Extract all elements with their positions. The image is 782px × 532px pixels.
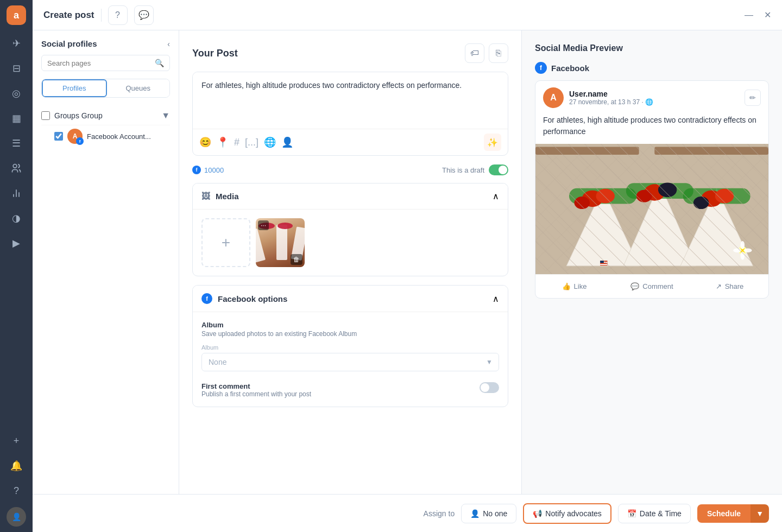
comment-icon: 💬 bbox=[630, 282, 639, 290]
megaphone-icon: 📢 bbox=[533, 509, 542, 518]
facebook-options-title: Facebook options bbox=[218, 294, 287, 303]
fb-post-meta: 27 novembre, at 13 h 37 · 🌐 bbox=[569, 98, 653, 106]
draft-row: f 10000 This is a draft bbox=[192, 164, 508, 175]
media-section-header[interactable]: 🖼 Media ∧ bbox=[193, 183, 508, 209]
facebook-options-section: f Facebook options ∧ Album Save uploaded… bbox=[192, 285, 508, 407]
post-editor: Your Post 🏷 ⎘ For athletes, high altitud… bbox=[179, 30, 521, 494]
facebook-options-label: f Facebook options bbox=[201, 293, 287, 304]
first-comment-toggle[interactable] bbox=[480, 382, 499, 393]
media-title: Media bbox=[216, 192, 239, 201]
nav-globe-icon[interactable]: ◎ bbox=[5, 83, 27, 104]
first-comment-row: First comment Publish a first comment wi… bbox=[201, 382, 499, 398]
media-collapse-icon: ∧ bbox=[493, 191, 499, 201]
comment-label: Comment bbox=[642, 282, 673, 290]
left-navigation: a ✈ ⊟ ◎ ▦ ☰ ◑ ▶ + 🔔 ? 👤 bbox=[0, 0, 33, 532]
preview-platform-label: f Facebook bbox=[535, 62, 769, 74]
person-icon: 👤 bbox=[470, 509, 480, 518]
assign-label: Assign to bbox=[424, 509, 455, 518]
album-select[interactable]: None bbox=[201, 353, 499, 371]
schedule-main-button[interactable]: Schedule bbox=[697, 504, 751, 523]
post-header: Your Post 🏷 ⎘ bbox=[192, 43, 508, 63]
post-textarea[interactable]: For athletes, high altitude produces two… bbox=[193, 72, 508, 126]
post-header-actions: 🏷 ⎘ bbox=[465, 43, 508, 63]
facebook-options-icon: f bbox=[201, 293, 212, 304]
help-tooltip-button[interactable]: ? bbox=[108, 5, 128, 25]
social-media-preview: Social Media Preview f Facebook A User.n… bbox=[521, 30, 782, 494]
no-one-button[interactable]: 👤 No one bbox=[461, 504, 516, 523]
fb-post-actions: 👍 Like 💬 Comment ↗ Share bbox=[535, 274, 768, 298]
close-button[interactable]: ✕ bbox=[764, 10, 771, 20]
fb-post-user-info: User.name 27 novembre, at 13 h 37 · 🌐 bbox=[569, 90, 653, 106]
tile-pattern bbox=[535, 144, 768, 274]
account-checkbox[interactable] bbox=[54, 132, 63, 141]
group-checkbox[interactable] bbox=[41, 111, 50, 120]
profile-tabs: Profiles Queues bbox=[41, 79, 170, 98]
nav-calendar-icon[interactable]: ▦ bbox=[5, 107, 27, 129]
post-section-title: Your Post bbox=[192, 48, 238, 59]
app-logo[interactable]: a bbox=[7, 5, 26, 25]
sidebar-title: Social profiles bbox=[41, 39, 97, 48]
album-description: Save uploaded photos to an existing Face… bbox=[201, 330, 499, 338]
account-item: A f Facebook Account... bbox=[41, 125, 170, 147]
nav-help-icon[interactable]: ? bbox=[5, 480, 27, 502]
notify-advocates-button[interactable]: 📢 Notify advocates bbox=[523, 503, 611, 524]
svg-point-0 bbox=[13, 164, 17, 168]
media-thumbnail: ··· 🗑 bbox=[256, 218, 305, 267]
group-item: Groups Group ▼ bbox=[41, 106, 170, 125]
facebook-options-header[interactable]: f Facebook options ∧ bbox=[193, 286, 508, 312]
nav-inbox-icon[interactable]: ⊟ bbox=[5, 58, 27, 79]
date-time-label: Date & Time bbox=[640, 509, 682, 518]
date-time-button[interactable]: 📅 Date & Time bbox=[618, 504, 691, 523]
media-overlay: ··· bbox=[256, 218, 305, 232]
copy-button[interactable]: ⎘ bbox=[489, 43, 508, 63]
facebook-options-collapse-icon: ∧ bbox=[493, 294, 499, 304]
nav-add-icon[interactable]: + bbox=[5, 430, 27, 452]
fb-post-user: A User.name 27 novembre, at 13 h 37 · 🌐 bbox=[543, 87, 653, 108]
nav-video-icon[interactable]: ▶ bbox=[5, 232, 27, 254]
media-delete-button[interactable]: 🗑 bbox=[291, 254, 302, 265]
chat-button[interactable]: 💬 bbox=[134, 5, 154, 25]
fb-post-text: For athletes, high altitude produces two… bbox=[535, 112, 768, 144]
media-dots-button[interactable]: ··· bbox=[258, 220, 269, 230]
fb-edit-button[interactable]: ✏ bbox=[745, 90, 761, 106]
top-bar: Create post ? 💬 — ✕ bbox=[33, 0, 782, 30]
nav-chart-icon[interactable] bbox=[5, 182, 27, 204]
nav-listen-icon[interactable]: ◑ bbox=[5, 207, 27, 229]
search-input[interactable] bbox=[47, 59, 152, 67]
add-media-button[interactable]: + bbox=[201, 218, 250, 267]
nav-people-icon[interactable] bbox=[5, 157, 27, 179]
minimize-button[interactable]: — bbox=[745, 10, 753, 20]
nav-content-icon[interactable]: ☰ bbox=[5, 132, 27, 154]
tab-profiles[interactable]: Profiles bbox=[42, 79, 107, 97]
search-icon: 🔍 bbox=[155, 59, 164, 67]
schedule-chevron-button[interactable]: ▼ bbox=[751, 504, 769, 523]
fb-post-image bbox=[535, 144, 768, 274]
page-title: Create post bbox=[43, 10, 94, 21]
post-toolbar: 😊 📍 # [...] 🌐 👤 ✨ bbox=[193, 129, 508, 155]
first-comment-title: First comment bbox=[201, 382, 311, 390]
draft-toggle[interactable] bbox=[489, 164, 508, 175]
group-chevron-icon[interactable]: ▼ bbox=[161, 111, 170, 121]
album-select-wrapper: None ▼ bbox=[201, 353, 499, 371]
nav-bell-icon[interactable]: 🔔 bbox=[5, 455, 27, 477]
ai-button[interactable]: ✨ bbox=[484, 134, 501, 151]
fb-like-button[interactable]: 👍 Like bbox=[535, 279, 613, 294]
sidebar-collapse-button[interactable]: ‹ bbox=[167, 40, 170, 48]
nav-send-icon[interactable]: ✈ bbox=[5, 33, 27, 54]
tag-button[interactable]: 🏷 bbox=[465, 43, 484, 63]
calendar-icon: 📅 bbox=[627, 509, 636, 518]
mention-icon[interactable]: [...] bbox=[245, 137, 258, 148]
link-icon[interactable]: 🌐 bbox=[264, 136, 276, 148]
fb-comment-button[interactable]: 💬 Comment bbox=[613, 279, 691, 294]
profile-tag-icon[interactable]: 👤 bbox=[281, 136, 293, 148]
location-icon[interactable]: 📍 bbox=[217, 136, 229, 148]
emoji-icon[interactable]: 😊 bbox=[199, 136, 211, 148]
toggle-knob bbox=[499, 166, 507, 174]
fb-share-button[interactable]: ↗ Share bbox=[691, 279, 768, 294]
tab-queues[interactable]: Queues bbox=[107, 79, 170, 97]
sidebar-header: Social profiles ‹ bbox=[41, 39, 170, 48]
user-avatar[interactable]: 👤 bbox=[7, 507, 26, 527]
hashtag-icon[interactable]: # bbox=[234, 137, 239, 148]
fb-indicator: f bbox=[192, 166, 201, 174]
album-form-label: Album bbox=[201, 344, 499, 351]
